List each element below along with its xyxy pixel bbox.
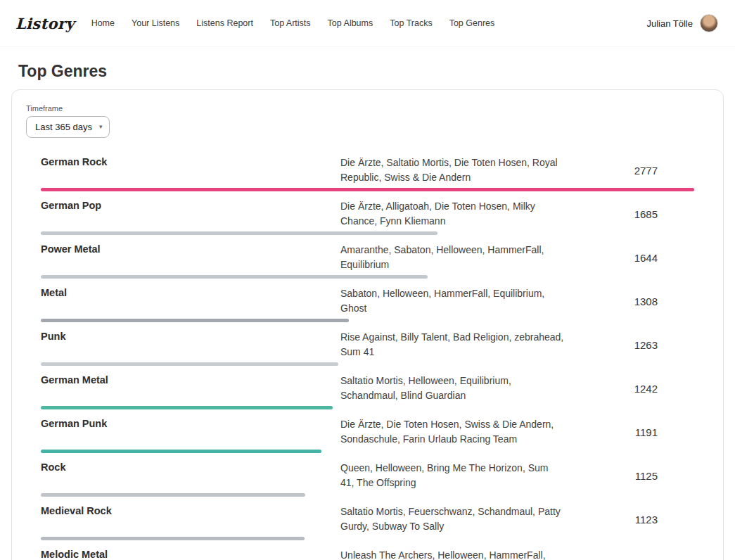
genre-progress-bar — [41, 231, 694, 235]
genre-progress-bar — [41, 188, 694, 191]
genre-progress-bar — [41, 537, 694, 540]
nav-item-top-genres[interactable]: Top Genres — [449, 18, 495, 28]
genre-count: 1191 — [564, 426, 694, 438]
page-title: Top Genres — [18, 62, 735, 81]
genre-name: Melodic Metal — [41, 548, 340, 560]
nav-item-listens-report[interactable]: Listens Report — [196, 18, 253, 28]
genre-name: Rock — [41, 461, 340, 490]
genre-count: 1685 — [564, 208, 694, 220]
genre-name: Medieval Rock — [41, 504, 340, 534]
genre-count: 1002 — [564, 557, 694, 560]
genre-row: German PopDie Ärzte, Alligatoah, Die Tot… — [41, 194, 694, 238]
nav-item-top-artists[interactable]: Top Artists — [270, 18, 311, 28]
genre-row: PunkRise Against, Billy Talent, Bad Reli… — [41, 325, 694, 369]
genre-count: 1123 — [564, 514, 694, 526]
genre-artists: Saltatio Mortis, Helloween, Equilibrium,… — [340, 374, 564, 403]
genre-name: Metal — [41, 286, 340, 316]
genre-name: German Pop — [41, 199, 340, 229]
genre-artists: Die Ärzte, Alligatoah, Die Toten Hosen, … — [340, 199, 564, 229]
main-nav: HomeYour ListensListens ReportTop Artist… — [91, 18, 495, 28]
chevron-down-icon: ▾ — [99, 124, 103, 130]
genre-name: Punk — [41, 330, 340, 359]
genre-row: RockQueen, Helloween, Bring Me The Horiz… — [41, 456, 694, 499]
user-avatar[interactable] — [700, 14, 718, 32]
user-menu[interactable]: Julian Tölle — [646, 14, 718, 32]
timeframe-value: Last 365 days — [35, 122, 92, 132]
genre-artists: Sabaton, Helloween, HammerFall, Equilibr… — [340, 286, 564, 316]
genre-artists: Rise Against, Billy Talent, Bad Religion… — [340, 330, 564, 359]
genre-artists: Die Ärzte, Die Toten Hosen, Swiss & Die … — [340, 417, 564, 447]
genre-row: German PunkDie Ärzte, Die Toten Hosen, S… — [41, 412, 694, 456]
genre-row: German MetalSaltatio Mortis, Helloween, … — [41, 369, 694, 412]
genre-count: 1263 — [564, 339, 694, 351]
main-content: Top Genres Timeframe Last 365 days ▾ Ger… — [0, 62, 735, 560]
user-name: Julian Tölle — [646, 18, 693, 29]
genre-count: 1242 — [564, 383, 694, 395]
app-logo[interactable]: Listory — [15, 15, 75, 32]
app-window: Listory HomeYour ListensListens ReportTo… — [0, 0, 735, 560]
timeframe-label: Timeframe — [26, 104, 709, 113]
genre-progress-bar — [41, 362, 694, 366]
genre-count: 1308 — [564, 295, 694, 307]
nav-item-top-tracks[interactable]: Top Tracks — [390, 18, 432, 28]
genre-name: German Rock — [41, 155, 340, 185]
genre-artists: Queen, Helloween, Bring Me The Horizon, … — [340, 461, 564, 490]
genre-progress-bar — [41, 406, 694, 409]
genre-row: Melodic MetalUnleash The Archers, Hellow… — [41, 543, 694, 560]
genre-name: German Punk — [41, 417, 340, 447]
genre-artists: Die Ärzte, Saltatio Mortis, Die Toten Ho… — [340, 155, 564, 185]
genre-artists: Unleash The Archers, Helloween, HammerFa… — [340, 548, 564, 560]
top-nav-bar: Listory HomeYour ListensListens ReportTo… — [0, 0, 735, 46]
timeframe-control: Timeframe Last 365 days ▾ — [26, 104, 709, 138]
genre-progress-bar — [41, 319, 694, 322]
genre-row: German RockDie Ärzte, Saltatio Mortis, D… — [41, 151, 694, 194]
nav-item-top-albums[interactable]: Top Albums — [328, 18, 373, 28]
nav-item-home[interactable]: Home — [91, 18, 115, 28]
genre-progress-bar — [41, 275, 694, 279]
genre-artists: Amaranthe, Sabaton, Helloween, HammerFal… — [340, 243, 564, 272]
genre-count: 2777 — [564, 165, 694, 177]
nav-item-your-listens[interactable]: Your Listens — [132, 18, 179, 28]
genre-count: 1644 — [564, 252, 694, 264]
top-genres-card: Timeframe Last 365 days ▾ German RockDie… — [11, 89, 724, 560]
genre-row: MetalSabaton, Helloween, HammerFall, Equ… — [41, 281, 694, 325]
genre-name: German Metal — [41, 374, 340, 403]
genre-list: German RockDie Ärzte, Saltatio Mortis, D… — [41, 151, 694, 560]
genre-progress-bar — [41, 450, 694, 453]
genre-count: 1125 — [564, 470, 694, 482]
genre-name: Power Metal — [41, 243, 340, 272]
genre-progress-bar — [41, 493, 694, 497]
genre-artists: Saltatio Mortis, Feuerschwanz, Schandmau… — [340, 504, 564, 534]
genre-row: Medieval RockSaltatio Mortis, Feuerschwa… — [41, 499, 694, 543]
genre-row: Power MetalAmaranthe, Sabaton, Helloween… — [41, 238, 694, 281]
timeframe-select[interactable]: Last 365 days ▾ — [26, 116, 110, 138]
